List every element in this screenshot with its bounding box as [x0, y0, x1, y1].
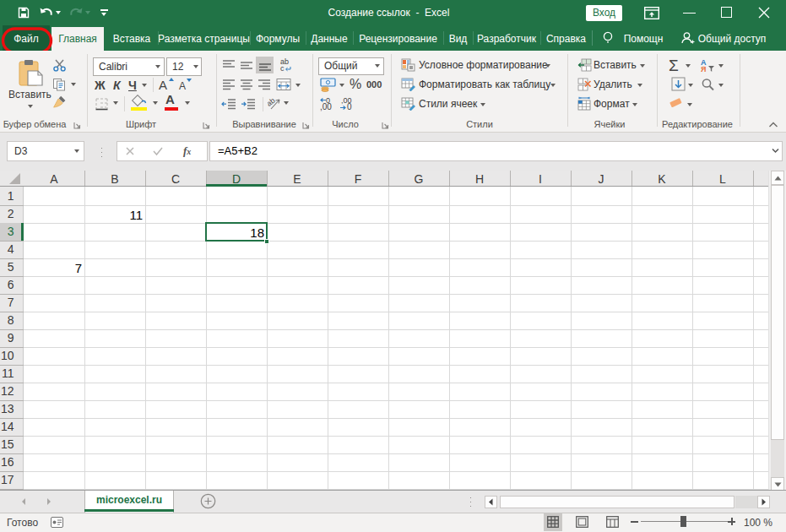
- svg-text:0: 0: [326, 96, 330, 105]
- svg-text:ab: ab: [268, 96, 277, 108]
- svg-text:c: c: [280, 64, 285, 73]
- svg-text:Я: Я: [701, 65, 706, 73]
- svg-text:0: 0: [347, 102, 352, 111]
